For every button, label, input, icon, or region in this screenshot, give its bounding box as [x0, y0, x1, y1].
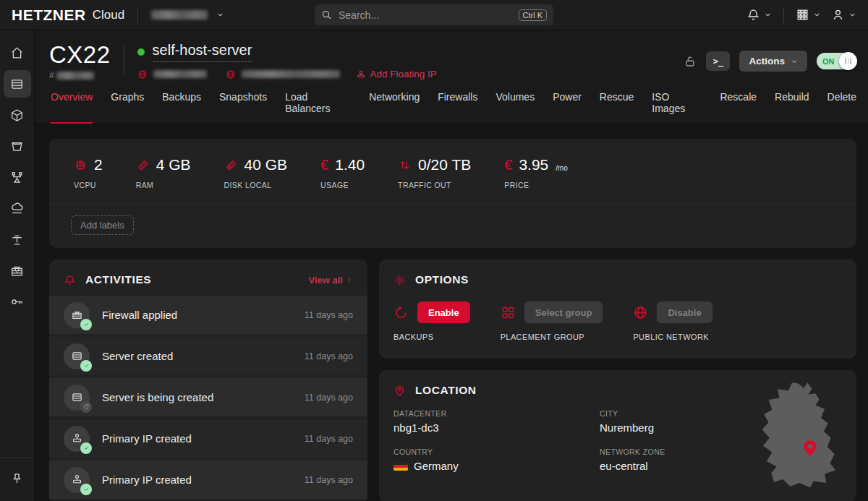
project-name-redacted — [151, 10, 208, 20]
activity-avatar — [64, 385, 90, 411]
primary-ip-icon — [71, 432, 83, 445]
chevron-right-icon — [346, 276, 353, 283]
chevron-down-icon — [848, 11, 856, 19]
stat-value: 3.95 — [519, 156, 548, 174]
sidebar-item-firewalls[interactable] — [4, 257, 31, 284]
console-button[interactable]: >_ — [706, 51, 730, 71]
server-header: CX22 # self-host-server — [35, 30, 868, 124]
server-status-dot — [137, 48, 145, 56]
activity-avatar — [64, 467, 90, 493]
search-input[interactable]: Search... Ctrl K — [315, 4, 553, 25]
activity-avatar — [64, 302, 90, 328]
pin-sidebar-button[interactable] — [4, 465, 31, 492]
field-country: COUNTRY Germany — [393, 448, 600, 472]
sidebar-item-security[interactable] — [4, 288, 31, 315]
cpu-icon — [74, 158, 88, 172]
server-id-redacted — [56, 72, 94, 80]
sidebar-item-floating-ips[interactable] — [4, 226, 31, 253]
tab-load-balancers[interactable]: Load Balancers — [285, 91, 351, 124]
tab-rescale[interactable]: Rescale — [720, 91, 757, 124]
servers-icon — [10, 77, 24, 91]
tab-overview[interactable]: Overview — [51, 91, 93, 124]
tab-delete[interactable]: Delete — [827, 91, 856, 124]
field-datacenter: DATACENTER nbg1-dc3 — [393, 409, 600, 434]
activity-row: Firewall applied 11 days ago — [49, 296, 367, 334]
add-floating-ip-link[interactable]: Add Floating IP — [356, 69, 437, 80]
search-icon — [321, 9, 332, 20]
storage-bucket-icon — [10, 140, 24, 153]
tab-rescue[interactable]: Rescue — [600, 91, 634, 124]
option-caption: PLACEMENT GROUP — [501, 333, 603, 341]
account-menu-button[interactable] — [831, 8, 856, 22]
add-floating-ip-label: Add Floating IP — [370, 69, 437, 80]
bell-icon — [746, 8, 760, 22]
activity-label: Firewall applied — [102, 309, 177, 321]
tab-rebuild[interactable]: Rebuild — [775, 91, 809, 124]
sidebar-item-load-balancers[interactable] — [4, 194, 31, 222]
field-label: COUNTRY — [393, 448, 600, 456]
sidebar-item-home[interactable] — [4, 39, 31, 67]
activities-title: ACTIVITIES — [85, 273, 151, 286]
unlock-icon[interactable] — [684, 55, 697, 68]
apps-menu-button[interactable] — [796, 8, 821, 22]
tab-power[interactable]: Power — [553, 91, 582, 124]
globe-icon — [137, 69, 148, 80]
tab-volumes[interactable]: Volumes — [495, 91, 535, 124]
sidebar-item-servers[interactable] — [4, 70, 31, 98]
tab-graphs[interactable]: Graphs — [111, 91, 144, 124]
option-caption: PUBLIC NETWORK — [633, 333, 712, 341]
divider — [783, 7, 784, 23]
activity-time: 11 days ago — [305, 351, 353, 361]
activity-row: Server created 11 days ago — [49, 337, 367, 375]
sidebar — [0, 30, 35, 501]
add-labels-button[interactable]: Add labels — [71, 215, 134, 235]
firewall-icon — [71, 309, 83, 321]
globe-icon — [226, 69, 236, 80]
notifications-button[interactable] — [746, 8, 772, 22]
activity-time: 11 days ago — [305, 393, 353, 403]
apps-grid-icon — [796, 8, 809, 22]
tab-firewalls[interactable]: Firewalls — [438, 91, 477, 124]
disable-public-network-button[interactable]: Disable — [657, 301, 712, 323]
activity-row: Primary IP created 11 days ago — [49, 461, 367, 499]
view-all-link[interactable]: View all — [309, 275, 353, 286]
success-badge — [80, 319, 92, 330]
sidebar-item-images[interactable] — [4, 101, 31, 129]
tab-networking[interactable]: Networking — [369, 91, 420, 124]
placement-group-icon — [501, 305, 516, 320]
success-badge — [80, 484, 92, 495]
stat-traffic: 0/20 TB TRAFFIC OUT — [398, 156, 471, 189]
euro-icon: € — [320, 158, 328, 172]
divider — [137, 7, 138, 23]
project-selector[interactable] — [151, 10, 224, 20]
activity-label: Primary IP created — [102, 432, 192, 445]
success-badge — [80, 360, 92, 372]
server-id-prefix: # — [49, 70, 54, 80]
tab-iso-images[interactable]: ISO Images — [652, 91, 702, 124]
field-value: Germany — [414, 460, 459, 472]
option-placement-group: Select group PLACEMENT GROUP — [501, 301, 603, 341]
server-name-editable[interactable]: self-host-server — [153, 42, 252, 62]
search-shortcut: Ctrl K — [519, 9, 548, 21]
server-icon — [71, 391, 83, 403]
tab-backups[interactable]: Backups — [162, 91, 201, 124]
chevron-down-icon — [791, 58, 798, 65]
actions-button[interactable]: Actions — [739, 51, 807, 72]
stat-label: PRICE — [504, 181, 568, 189]
pin-sidebar-icon — [10, 472, 24, 486]
stat-label: VCPU — [74, 181, 103, 189]
field-value: nbg1-dc3 — [393, 421, 600, 434]
sidebar-item-networks[interactable] — [4, 163, 31, 191]
activity-label: Primary IP created — [102, 474, 192, 486]
select-group-button[interactable]: Select group — [524, 301, 603, 323]
refresh-icon — [83, 403, 90, 410]
power-toggle[interactable]: ON — [817, 53, 851, 69]
tab-snapshots[interactable]: Snapshots — [219, 91, 267, 124]
activity-row: Primary IP created 11 days ago — [49, 419, 367, 458]
floating-ips-icon — [10, 233, 24, 247]
activity-time: 11 days ago — [305, 475, 353, 485]
sidebar-item-storage[interactable] — [4, 132, 31, 160]
enable-backups-button[interactable]: Enable — [417, 301, 470, 323]
check-icon — [83, 486, 90, 492]
server-tabs: Overview Graphs Backups Snapshots Load B… — [49, 91, 856, 124]
